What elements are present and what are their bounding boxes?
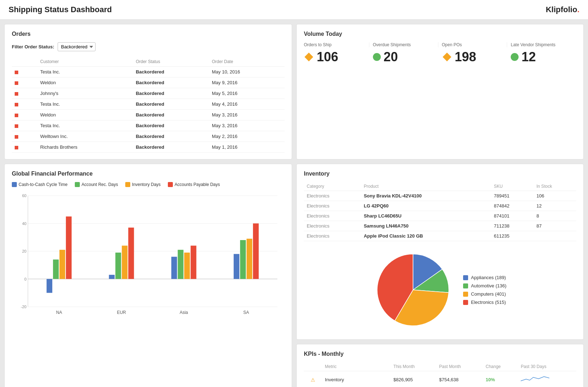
table-row: Electronics LG 42PQ60 874842 12 xyxy=(304,201,576,211)
bar xyxy=(59,250,65,279)
kpi-past-month: $754,638 xyxy=(436,371,483,387)
kpi-col-past-month: Past Month xyxy=(436,362,483,371)
red-square-icon xyxy=(15,92,18,96)
green-circle-icon xyxy=(373,53,381,61)
legend-box xyxy=(75,182,80,187)
chart-legend-item: Cash-to-Cash Cycle Time xyxy=(12,182,68,187)
volume-metric-value: 20 xyxy=(373,49,438,64)
volume-metric-value: 198 xyxy=(442,49,507,64)
table-row: Electronics Sony Bravia KDL-42V4100 7894… xyxy=(304,191,576,201)
cell-date: May 3, 2016 xyxy=(209,110,285,120)
table-row: Electronics Samsung LN46A750 711238 87 xyxy=(304,221,576,231)
row-indicator xyxy=(12,110,37,120)
col-indicator xyxy=(12,57,37,67)
y-label: -20 xyxy=(21,305,26,309)
legend-label: Cash-to-Cash Cycle Time xyxy=(19,182,68,187)
kpi-table-head: Metric This Month Past Month Change Past… xyxy=(304,362,576,371)
financial-card-title: Global Financial Performance xyxy=(12,171,285,177)
x-label: NA xyxy=(56,310,62,315)
kpi-table-body: ⚠ Inventory $826,905 $754,638 10% ▼ Ship… xyxy=(304,371,576,387)
orders-table-body: Testa Inc. Backordered May 10, 2016 Weld… xyxy=(12,67,285,153)
volume-metric-item: Open POs 198 xyxy=(442,42,507,64)
red-square-icon xyxy=(15,103,18,106)
pie-legend-label: Computers (401) xyxy=(471,291,506,297)
y-label: 20 xyxy=(22,249,26,253)
volume-metric-number: 198 xyxy=(455,49,476,64)
cell-status: Backordered xyxy=(133,99,209,110)
table-row: Johnny's Backordered May 5, 2016 xyxy=(12,88,285,99)
kpi-table: Metric This Month Past Month Change Past… xyxy=(304,362,576,387)
legend-box xyxy=(125,182,130,187)
filter-order-status-select[interactable]: Backordered Shipped Pending Cancelled xyxy=(58,42,96,51)
inv-cell-product: Sony Bravia KDL-42V4100 xyxy=(361,191,491,201)
kpi-metric-name: Inventory xyxy=(322,371,391,387)
legend-box xyxy=(12,182,17,187)
sparkline xyxy=(521,374,549,384)
chart-legend-item: Inventory Days xyxy=(125,182,161,187)
cell-customer: Testa Inc. xyxy=(37,67,133,77)
legend-label: Inventory Days xyxy=(132,182,161,187)
bar xyxy=(171,257,177,279)
volume-metric-number: 20 xyxy=(384,49,398,64)
cell-status: Backordered xyxy=(133,110,209,120)
pie-legend-item: Computers (401) xyxy=(463,291,506,297)
cell-date: May 4, 2016 xyxy=(209,99,285,110)
inv-cell-product: Apple iPod Classic 120 GB xyxy=(361,231,491,241)
bar xyxy=(234,254,239,279)
pie-chart-svg xyxy=(374,250,452,329)
table-row: Electronics Sharp LC46D65U 874101 8 xyxy=(304,211,576,221)
volume-metric-label: Open POs xyxy=(442,42,507,47)
row-indicator xyxy=(12,67,37,77)
kpi-col-this-month: This Month xyxy=(390,362,436,371)
pie-legend-dot xyxy=(463,292,468,297)
bar xyxy=(128,228,134,279)
kpi-col-change: Change xyxy=(483,362,518,371)
bar xyxy=(247,239,252,279)
bar xyxy=(109,275,115,279)
kpi-header-row: Metric This Month Past Month Change Past… xyxy=(304,362,576,371)
kpi-col-icon xyxy=(304,362,322,371)
red-square-icon xyxy=(15,124,18,128)
x-label: SA xyxy=(243,310,249,315)
page-title: Shipping Status Dashboard xyxy=(9,5,112,14)
inventory-table: Category Product SKU In Stock Electronic… xyxy=(304,182,576,241)
inventory-table-head: Category Product SKU In Stock xyxy=(304,182,576,191)
volume-metric-item: Orders to Ship 106 xyxy=(304,42,369,64)
svg-marker-0 xyxy=(305,53,313,61)
inv-cell-sku: 874842 xyxy=(491,201,534,211)
table-row: Welltown Inc. Backordered May 2, 2016 xyxy=(12,131,285,142)
red-square-icon xyxy=(15,114,18,117)
table-row: Testa Inc. Backordered May 4, 2016 xyxy=(12,99,285,110)
filter-row: Filter Order Status: Backordered Shipped… xyxy=(12,42,285,51)
inv-cell-category: Electronics xyxy=(304,211,361,221)
inventory-table-body: Electronics Sony Bravia KDL-42V4100 7894… xyxy=(304,191,576,241)
pie-legend-dot xyxy=(463,275,468,280)
cell-date: May 2, 2016 xyxy=(209,131,285,142)
chart-legend: Cash-to-Cash Cycle TimeAccount Rec. Days… xyxy=(12,182,285,187)
logo-dot: . xyxy=(577,5,579,14)
cell-customer: Testa Inc. xyxy=(37,99,133,110)
pie-legend-label: Appliances (189) xyxy=(471,275,506,280)
y-label: 60 xyxy=(22,194,26,198)
x-label: Asia xyxy=(180,310,188,315)
kpi-card: KPIs - Monthly Metric This Month Past Mo… xyxy=(296,344,584,387)
inv-col-stock: In Stock xyxy=(534,182,576,191)
inv-cell-sku: 789451 xyxy=(491,191,534,201)
cell-customer: Weldon xyxy=(37,77,133,88)
table-row: Testa Inc. Backordered May 10, 2016 xyxy=(12,67,285,77)
orders-card: Orders Filter Order Status: Backordered … xyxy=(4,24,292,159)
table-row: Weldon Backordered May 9, 2016 xyxy=(12,77,285,88)
inventory-header-row: Category Product SKU In Stock xyxy=(304,182,576,191)
bar xyxy=(240,240,246,279)
kpi-card-title: KPIs - Monthly xyxy=(304,351,576,357)
dashboard: Orders Filter Order Status: Backordered … xyxy=(0,20,588,387)
cell-status: Backordered xyxy=(133,88,209,99)
bar xyxy=(66,216,72,279)
row-indicator xyxy=(12,142,37,153)
orange-diamond-icon xyxy=(442,52,452,62)
bar xyxy=(122,246,127,279)
orders-table: Customer Order Status Order Date Testa I… xyxy=(12,57,285,153)
row-indicator xyxy=(12,99,37,110)
cell-status: Backordered xyxy=(133,67,209,77)
bar-chart-container: 6040200-20NAEURAsiaSA xyxy=(12,192,285,314)
